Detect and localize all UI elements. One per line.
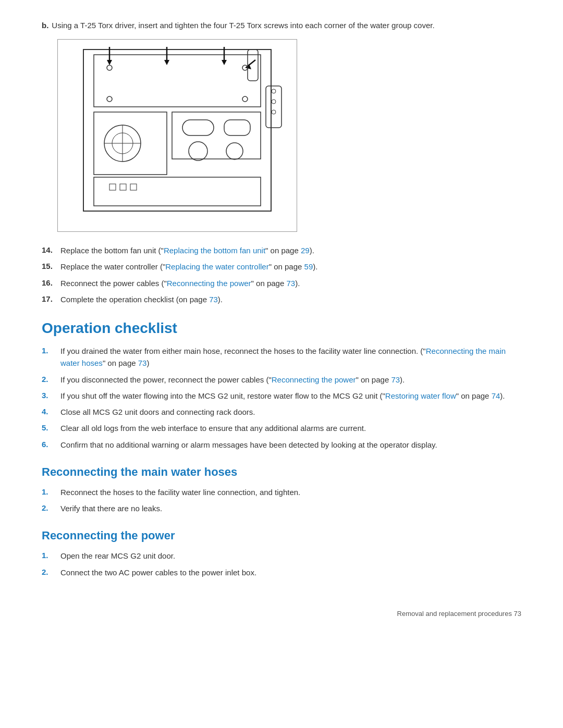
- step-15-num: 15.: [42, 261, 58, 273]
- svg-rect-0: [83, 50, 271, 211]
- link-reconnect-power-2[interactable]: Reconnecting the power: [272, 375, 356, 384]
- step-17-text: Complete the operation checklist (on pag…: [60, 293, 521, 305]
- water-2-num: 2.: [42, 502, 58, 514]
- svg-marker-11: [222, 60, 227, 65]
- svg-marker-13: [245, 64, 251, 69]
- link-restore-water[interactable]: Restoring water flow: [385, 391, 456, 400]
- power-2-num: 2.: [42, 566, 58, 578]
- link-reconnect-main-hoses[interactable]: Reconnecting the main water hoses: [60, 347, 506, 367]
- step-16-num: 16.: [42, 277, 58, 289]
- checklist-item-3: 3. If you shut off the water flowing int…: [42, 390, 521, 402]
- step-15-text: Replace the water controller ("Replacing…: [60, 261, 521, 273]
- checklist-5-text: Clear all old logs from the web interfac…: [60, 422, 521, 434]
- svg-rect-26: [120, 184, 126, 190]
- svg-marker-7: [107, 60, 112, 65]
- checklist-item-4: 4. Close all MCS G2 unit doors and conne…: [42, 406, 521, 418]
- link-page-73a[interactable]: 73: [286, 279, 295, 288]
- step-17: 17. Complete the operation checklist (on…: [42, 293, 521, 305]
- checklist-item-2: 2. If you disconnected the power, reconn…: [42, 374, 521, 386]
- steps-14-17: 14. Replace the bottom fan unit ("Replac…: [42, 244, 521, 305]
- checklist-4-text: Close all MCS G2 unit doors and connecti…: [60, 406, 521, 418]
- svg-rect-24: [94, 177, 261, 206]
- svg-point-31: [272, 110, 276, 114]
- svg-rect-25: [109, 184, 116, 190]
- link-page-73b[interactable]: 73: [209, 295, 218, 304]
- svg-rect-1: [94, 55, 261, 107]
- step-b-label: b.: [42, 21, 48, 30]
- checklist-6-text: Confirm that no additional warning or al…: [60, 439, 521, 451]
- step-b-text: Using a T-25 Torx driver, insert and tig…: [52, 21, 434, 30]
- svg-point-30: [272, 100, 276, 104]
- reconnecting-water-list: 1. Reconnect the hoses to the facility w…: [42, 486, 521, 515]
- svg-rect-21: [224, 120, 250, 135]
- step-16-text: Reconnect the power cables ("Reconnectin…: [60, 277, 521, 289]
- svg-marker-9: [164, 60, 169, 65]
- link-page-73c[interactable]: 73: [138, 359, 147, 367]
- checklist-3-text: If you shut off the water flowing into t…: [60, 390, 521, 402]
- page-footer: Removal and replacement procedures 73: [42, 610, 521, 618]
- footer-text: Removal and replacement procedures 73: [397, 610, 521, 618]
- water-item-1: 1. Reconnect the hoses to the facility w…: [42, 486, 521, 498]
- link-water-controller[interactable]: Replacing the water controller: [165, 262, 268, 271]
- power-1-text: Open the rear MCS G2 unit door.: [60, 550, 521, 562]
- operation-checklist-heading: Operation checklist: [42, 320, 521, 337]
- checklist-3-num: 3.: [42, 390, 58, 402]
- checklist-item-6: 6. Confirm that no additional warning or…: [42, 439, 521, 451]
- svg-point-4: [107, 96, 112, 102]
- checklist-2-text: If you disconnected the power, reconnect…: [60, 374, 521, 386]
- checklist-item-1: 1. If you drained the water from either …: [42, 345, 521, 369]
- svg-point-2: [107, 65, 112, 70]
- checklist-2-num: 2.: [42, 374, 58, 386]
- link-bottom-fan[interactable]: Replacing the bottom fan unit: [164, 246, 265, 255]
- water-2-text: Verify that there are no leaks.: [60, 502, 521, 514]
- checklist-item-5: 5. Clear all old logs from the web inter…: [42, 422, 521, 434]
- step-b-container: b.Using a T-25 Torx driver, insert and t…: [42, 21, 521, 30]
- step-14-text: Replace the bottom fan unit ("Replacing …: [60, 244, 521, 256]
- svg-point-23: [226, 143, 243, 159]
- reconnecting-water-heading: Reconnecting the main water hoses: [42, 465, 521, 479]
- link-reconnect-power-16[interactable]: Reconnecting the power: [167, 279, 251, 288]
- checklist-5-num: 5.: [42, 422, 58, 434]
- reconnecting-power-heading: Reconnecting the power: [42, 529, 521, 542]
- power-1-num: 1.: [42, 550, 58, 562]
- operation-checklist-list: 1. If you drained the water from either …: [42, 345, 521, 451]
- power-item-2: 2. Connect the two AC power cables to th…: [42, 566, 521, 578]
- svg-point-22: [189, 142, 207, 161]
- checklist-1-text: If you drained the water from either mai…: [60, 345, 521, 369]
- step-14-num: 14.: [42, 244, 58, 256]
- svg-rect-27: [130, 184, 137, 190]
- link-page-29[interactable]: 29: [301, 246, 310, 255]
- checklist-4-num: 4.: [42, 406, 58, 418]
- step-14: 14. Replace the bottom fan unit ("Replac…: [42, 244, 521, 256]
- step-16: 16. Reconnect the power cables ("Reconne…: [42, 277, 521, 289]
- reconnecting-power-list: 1. Open the rear MCS G2 unit door. 2. Co…: [42, 550, 521, 578]
- checklist-6-num: 6.: [42, 439, 58, 451]
- step-17-num: 17.: [42, 293, 58, 305]
- link-page-73d[interactable]: 73: [391, 375, 400, 384]
- svg-point-5: [242, 96, 248, 102]
- machine-diagram: [63, 44, 292, 227]
- water-1-num: 1.: [42, 486, 58, 498]
- link-page-74[interactable]: 74: [492, 391, 500, 400]
- link-page-59[interactable]: 59: [304, 262, 313, 271]
- water-item-2: 2. Verify that there are no leaks.: [42, 502, 521, 514]
- step-15: 15. Replace the water controller ("Repla…: [42, 261, 521, 273]
- svg-rect-19: [172, 112, 261, 159]
- power-item-1: 1. Open the rear MCS G2 unit door.: [42, 550, 521, 562]
- water-1-text: Reconnect the hoses to the facility wate…: [60, 486, 521, 498]
- diagram-container: [57, 39, 297, 232]
- checklist-1-num: 1.: [42, 345, 58, 357]
- svg-rect-28: [266, 86, 282, 128]
- svg-rect-20: [182, 120, 214, 135]
- power-2-text: Connect the two AC power cables to the p…: [60, 566, 521, 578]
- svg-point-29: [272, 89, 276, 93]
